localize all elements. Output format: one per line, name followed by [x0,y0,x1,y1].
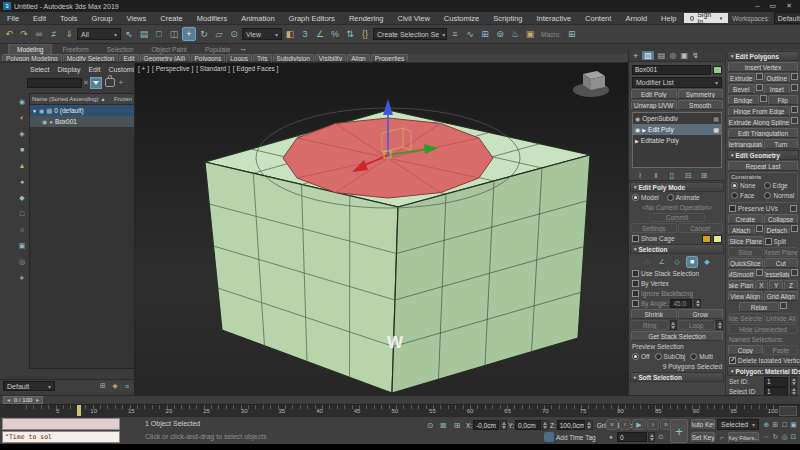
ribbon-tab-populate[interactable]: Populate [197,46,239,53]
maxscript-listener-pane[interactable]: "Time to sol [2,431,120,443]
extrude-spline-settings-icon[interactable] [791,117,798,124]
footer-add-layer-icon[interactable]: ⊞ [98,381,108,391]
filter-xrefs-icon[interactable]: ○ [17,224,28,235]
filter-spacewarps-icon[interactable]: ◆ [17,192,28,203]
set-keys-button[interactable]: + [670,419,688,443]
attach-settings-icon[interactable] [756,225,763,232]
rollout-selection[interactable]: Selection [630,244,724,254]
attach-button[interactable]: Attach [728,225,755,235]
get-stack-selection-button[interactable]: Get Stack Selection [631,331,723,341]
footer-pick-icon[interactable]: ◈ [110,381,120,391]
planar-z-button[interactable]: Z [784,280,798,290]
menu-graph-editors[interactable]: Graph Editors [282,14,342,23]
hinge-settings-icon[interactable] [791,106,798,113]
select-id-field[interactable]: 1 [764,387,788,396]
expand-arrow-icon[interactable]: ▼ [32,108,37,114]
object-name-field[interactable]: Box001 [632,65,711,75]
constraint-face-radio[interactable] [731,192,738,199]
stack-expand-icon[interactable]: ▶ [635,138,639,144]
ring-button[interactable]: Ring [631,320,669,330]
relax-button[interactable]: Relax [739,302,779,312]
display-tab-icon[interactable]: ▣ [680,51,688,60]
animate-radio[interactable] [667,194,674,201]
ribbon-group-modify-selection[interactable]: Modify Selection [63,54,119,62]
footer-settings-icon[interactable]: ≡ [122,381,132,391]
percent-snap-icon[interactable]: % [328,27,342,41]
filter-containers-icon[interactable]: ◎ [17,256,28,267]
next-frame-button[interactable]: › [647,419,659,430]
play-button[interactable]: ▶ [632,419,646,430]
previous-frame-button[interactable]: ‹ [619,419,631,430]
hide-selected-button[interactable]: Hide Selected [728,313,763,323]
rect-selection-region-icon[interactable]: □ [152,27,166,41]
cage-color-swatch[interactable] [702,235,711,243]
use-stack-selection-checkbox[interactable] [632,270,639,277]
perspective-viewport[interactable]: [ + ] [ Perspective ] [ Standard ] [ Edg… [135,63,628,395]
edit-triangulation-button[interactable]: Edit Triangulation [728,128,798,138]
extrude-button[interactable]: Extrude [728,73,755,83]
retriangulate-button[interactable]: Retriangulate [728,139,763,149]
set-id-field[interactable]: 1 [764,377,788,387]
redo-icon[interactable]: ↷ [17,27,31,41]
outline-button[interactable]: Outline [764,73,791,83]
z-coord-field[interactable]: 100,0cm [557,420,585,430]
quick-unwrap-uvw-button[interactable]: Unwrap UVW [631,100,677,110]
ignore-backfacing-checkbox[interactable] [632,290,639,297]
stack-visibility-icon[interactable]: ◉ [635,115,640,122]
time-slider[interactable]: ◄ 0 / 100 ► [0,395,800,404]
menu-edit[interactable]: Edit [26,14,53,23]
menu-help[interactable]: Help [654,14,683,23]
ribbon-group-properties[interactable]: Properties [371,54,409,62]
menu-group[interactable]: Group [85,14,120,23]
explorer-menu-select[interactable]: Select [26,66,53,73]
rollout-edit-geometry[interactable]: Edit Geometry [727,150,799,160]
ribbon-tab-modeling[interactable]: Modeling [8,44,52,54]
filter-all-icon[interactable]: ◉ [17,96,28,107]
selection-filter-select[interactable]: All [77,28,121,40]
ribbon-group-tris[interactable]: Tris [253,54,272,62]
filter-helpers-icon[interactable]: ● [17,176,28,187]
hierarchy-tab-icon[interactable]: ▤ [658,51,666,60]
copy-named-selection-button[interactable]: Copy [728,345,763,355]
minimize-button[interactable]: – [756,2,760,10]
menu-create[interactable]: Create [153,14,190,23]
inset-button[interactable]: Inset [764,84,791,94]
constraint-edge-radio[interactable] [764,182,771,189]
edge-subobject-icon[interactable]: ∠ [656,256,668,268]
reference-coordinate-select[interactable]: View [242,28,282,40]
time-slider-handle[interactable]: ◄ 0 / 100 ► [3,396,43,404]
ribbon-group-geometry-all[interactable]: Geometry (All) [140,54,190,62]
extrude-along-spline-button[interactable]: Extrude Along Spline [728,117,790,127]
explorer-row-box001[interactable]: ◉ ● Box001 ◦ [30,116,134,127]
menu-file[interactable]: File [0,14,26,23]
name-column-header[interactable]: Name (Sorted Ascending) [32,96,98,102]
preview-multi-radio[interactable] [690,353,697,360]
time-configuration-icon[interactable]: ⊙ [656,432,666,442]
create-selection-set-field[interactable]: Create Selection Se [373,28,447,40]
set-key-button[interactable]: Set Key [691,432,715,443]
menu-animation[interactable]: Animation [234,14,281,23]
constraint-none-radio[interactable] [731,182,738,189]
modifier-list-dropdown[interactable]: Modifier List [632,77,722,88]
absolute-mode-icon[interactable]: ⊞ [451,419,463,431]
modify-tab-icon[interactable]: ▧ [642,51,654,60]
object-color-swatch[interactable] [713,66,722,74]
curve-editor-icon[interactable]: ⊚ [493,27,507,41]
ribbon-group-polygon-modeling[interactable]: Polygon Modeling [2,54,62,62]
commit-button[interactable]: Commit [649,213,705,222]
angle-snap-icon[interactable]: ∠ [313,27,327,41]
explorer-search-input[interactable] [27,78,82,88]
filter-funnel-icon[interactable] [90,77,102,89]
key-mode-toggle-icon[interactable]: ● [606,432,616,442]
polygon-subobject-icon[interactable]: ■ [686,256,698,268]
quickslice-button[interactable]: QuickSlice [728,258,763,268]
render-setup-icon[interactable]: ▣ [523,27,537,41]
stack-item-opensubdiv[interactable]: ◉ OpenSubdiv ▦ [633,113,721,124]
maximize-viewport-icon[interactable]: ⊡ [789,431,798,442]
pin-stack-icon[interactable]: ≀ [635,170,645,180]
msmooth-button[interactable]: MSmooth [728,269,755,279]
workspace-select[interactable]: Default [774,12,800,24]
grid-align-button[interactable]: Grid Align [764,291,799,301]
ribbon-group-loops[interactable]: Loops [226,54,252,62]
explorer-column-headers[interactable]: Name (Sorted Ascending) ▲ Frozen [30,94,134,105]
